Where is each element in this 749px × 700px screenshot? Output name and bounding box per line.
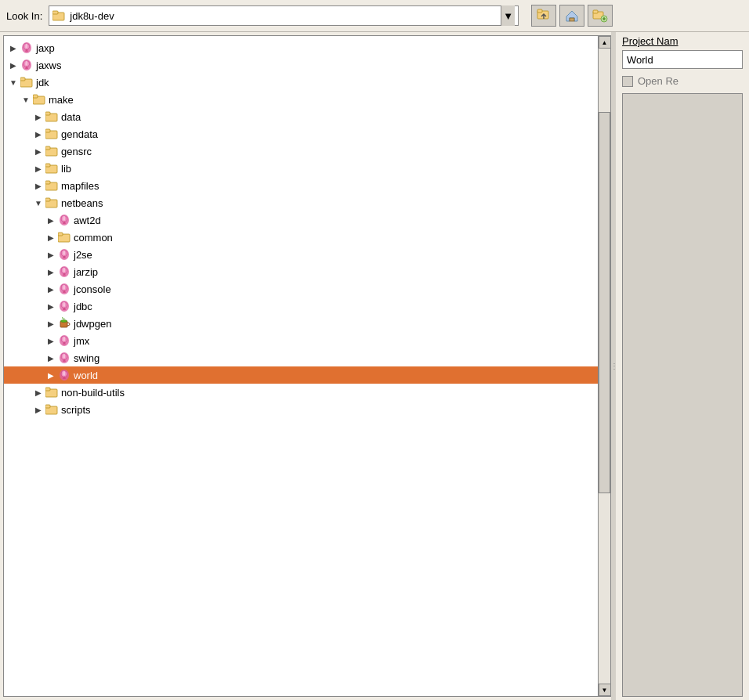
tree-item-non-build-utils[interactable]: ▶ non-build-utils bbox=[4, 384, 598, 401]
svg-rect-3 bbox=[537, 9, 542, 13]
project-name-section: Project Nam bbox=[622, 35, 743, 69]
look-in-combo[interactable]: jdk8u-dev ▼ bbox=[49, 5, 519, 26]
tree-item-jmx[interactable]: ▶ jmx bbox=[4, 332, 598, 349]
nb-project-icon bbox=[57, 265, 71, 279]
folder-icon bbox=[45, 127, 59, 141]
tree-item-gendata[interactable]: ▶ gendata bbox=[4, 125, 598, 143]
tree-item-world[interactable]: ▶ world bbox=[4, 366, 598, 384]
tree-item-awt2d[interactable]: ▶ awt2d bbox=[4, 211, 598, 229]
preview-area bbox=[622, 93, 743, 697]
tree-item-j2se[interactable]: ▶ j2se bbox=[4, 246, 598, 263]
scroll-up-button[interactable]: ▲ bbox=[599, 36, 611, 49]
open-re-checkbox[interactable] bbox=[622, 76, 633, 87]
folder-icon bbox=[57, 230, 71, 244]
tree-item-jdbc[interactable]: ▶ jdbc bbox=[4, 298, 598, 315]
tree-item-scripts[interactable]: ▶ scripts bbox=[4, 401, 598, 418]
folder-icon bbox=[45, 196, 59, 210]
tree-item-lib[interactable]: ▶ lib bbox=[4, 160, 598, 177]
item-label: netbeans bbox=[61, 197, 103, 209]
tree-item-netbeans[interactable]: ▼ netbeans bbox=[4, 194, 598, 211]
tree-scrollbar[interactable]: ▲ ▼ bbox=[598, 36, 610, 696]
expand-icon[interactable]: ▶ bbox=[45, 352, 57, 364]
item-label: scripts bbox=[61, 404, 91, 416]
expand-icon[interactable]: ▼ bbox=[20, 93, 32, 106]
nb-project-icon bbox=[57, 334, 71, 348]
nb-special-icon bbox=[57, 316, 71, 330]
expand-icon[interactable]: ▶ bbox=[45, 300, 57, 312]
tree-item-jarzip[interactable]: ▶ jarzip bbox=[4, 263, 598, 280]
expand-icon[interactable]: ▶ bbox=[45, 369, 57, 381]
expand-icon[interactable]: ▶ bbox=[45, 214, 57, 226]
expand-icon[interactable]: ▼ bbox=[7, 76, 20, 88]
item-label: awt2d bbox=[74, 215, 101, 226]
folder-icon bbox=[32, 92, 46, 106]
toolbar-buttons bbox=[531, 5, 613, 27]
expand-icon[interactable]: ▶ bbox=[32, 145, 45, 157]
item-label: jarzip bbox=[74, 266, 98, 278]
tree-item-gensrc[interactable]: ▶ gensrc bbox=[4, 143, 598, 160]
tree-item-jdwpgen[interactable]: ▶ jdwpgen bbox=[4, 315, 598, 332]
tree-item-jaxp[interactable]: ▶ jaxp bbox=[4, 39, 598, 56]
expand-icon[interactable]: ▶ bbox=[45, 265, 57, 278]
nb-project-icon bbox=[57, 213, 71, 227]
expand-icon[interactable]: ▶ bbox=[45, 283, 57, 295]
item-label: gensrc bbox=[61, 146, 92, 157]
svg-rect-21 bbox=[45, 164, 50, 167]
new-folder-button[interactable] bbox=[588, 5, 613, 27]
expand-icon[interactable]: ▶ bbox=[45, 231, 57, 244]
item-label: jconsole bbox=[74, 283, 111, 295]
tree-item-common[interactable]: ▶ common bbox=[4, 229, 598, 246]
expand-icon[interactable]: ▼ bbox=[32, 197, 45, 209]
tree-content[interactable]: ▶ jaxp▶ jaxws▼ jdk▼ make▶ data▶ gendata▶… bbox=[4, 36, 598, 696]
expand-icon[interactable]: ▶ bbox=[7, 59, 20, 71]
expand-icon[interactable]: ▶ bbox=[32, 403, 45, 416]
tree-item-jdk[interactable]: ▼ jdk bbox=[4, 74, 598, 91]
item-label: common bbox=[74, 232, 113, 244]
item-label: jdk bbox=[36, 77, 49, 88]
top-bar: Look In: jdk8u-dev ▼ bbox=[0, 0, 749, 32]
item-label: world bbox=[74, 370, 98, 381]
tree-item-swing[interactable]: ▶ swing bbox=[4, 349, 598, 366]
item-label: jdwpgen bbox=[74, 318, 111, 330]
tree-item-jaxws[interactable]: ▶ jaxws bbox=[4, 56, 598, 74]
folder-small-icon bbox=[52, 10, 65, 21]
expand-icon[interactable]: ▶ bbox=[32, 386, 45, 399]
expand-icon[interactable]: ▶ bbox=[45, 334, 57, 347]
home-button[interactable] bbox=[559, 5, 584, 27]
expand-icon[interactable]: ▶ bbox=[32, 128, 45, 140]
right-panel: Project Nam Open Re bbox=[616, 32, 749, 700]
scroll-thumb[interactable] bbox=[599, 112, 610, 493]
svg-rect-25 bbox=[45, 198, 50, 201]
folder-icon bbox=[45, 385, 59, 399]
item-label: swing bbox=[74, 352, 100, 364]
expand-icon[interactable]: ▶ bbox=[32, 179, 45, 192]
item-label: data bbox=[61, 111, 81, 123]
nb-project-icon bbox=[20, 58, 34, 72]
expand-icon[interactable]: ▶ bbox=[45, 317, 57, 330]
svg-rect-23 bbox=[45, 181, 50, 184]
look-in-label: Look In: bbox=[6, 10, 42, 22]
open-re-label: Open Re bbox=[638, 75, 678, 87]
expand-icon[interactable]: ▶ bbox=[32, 110, 45, 123]
up-level-button[interactable] bbox=[531, 5, 556, 27]
nb-project-icon bbox=[57, 299, 71, 313]
folder-icon bbox=[20, 75, 34, 89]
combo-dropdown-arrow[interactable]: ▼ bbox=[501, 5, 515, 26]
scroll-down-button[interactable]: ▼ bbox=[599, 684, 611, 696]
item-label: gendata bbox=[61, 128, 98, 140]
nb-project-icon bbox=[57, 282, 71, 296]
tree-item-jconsole[interactable]: ▶ jconsole bbox=[4, 280, 598, 298]
nb-project-icon bbox=[57, 247, 71, 262]
expand-icon[interactable]: ▶ bbox=[45, 248, 57, 261]
tree-item-data[interactable]: ▶ data bbox=[4, 108, 598, 125]
item-label: jmx bbox=[74, 335, 89, 347]
tree-item-make[interactable]: ▼ make bbox=[4, 91, 598, 108]
expand-icon[interactable]: ▶ bbox=[7, 41, 20, 54]
project-name-input[interactable] bbox=[622, 50, 743, 69]
combo-text: jdk8u-dev bbox=[70, 10, 496, 22]
folder-icon bbox=[45, 179, 59, 193]
svg-rect-41 bbox=[45, 405, 50, 408]
expand-icon[interactable]: ▶ bbox=[32, 162, 45, 175]
scroll-track[interactable] bbox=[599, 49, 610, 684]
tree-item-mapfiles[interactable]: ▶ mapfiles bbox=[4, 177, 598, 194]
